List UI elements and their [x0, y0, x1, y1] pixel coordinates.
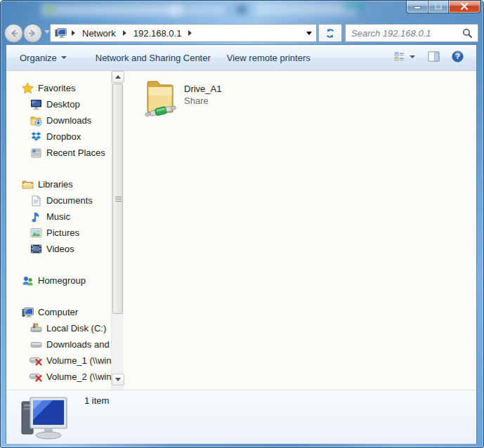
refresh-button[interactable] [318, 24, 342, 42]
libraries-icon [21, 178, 34, 191]
blurred-background-window [44, 6, 54, 13]
title-bar[interactable] [1, 1, 484, 22]
sidebar-item-videos[interactable]: Videos [6, 241, 128, 257]
help-icon: ? [452, 51, 464, 62]
sidebar-item-label: Desktop [46, 99, 80, 110]
sidebar-item-volume-1[interactable]: Volume_1 (\\win [6, 353, 128, 369]
local-disk-icon [30, 322, 42, 335]
preview-pane-icon [428, 51, 440, 62]
desktop-icon [30, 98, 42, 111]
sidebar-item-dropbox[interactable]: Dropbox [6, 129, 128, 145]
downloads-icon [30, 114, 42, 127]
sidebar-item-label: Homegroup [38, 275, 86, 286]
search-input[interactable] [346, 25, 478, 41]
command-bar: Organize Network and Sharing Center View… [6, 45, 476, 71]
breadcrumb-segment-host[interactable]: 192.168.0.1 [131, 28, 184, 39]
scroll-up-icon [115, 75, 121, 79]
sidebar-item-downloads[interactable]: Downloads [6, 112, 128, 129]
scrollbar-grip-icon [115, 197, 122, 202]
window-controls [406, 0, 480, 13]
recent-pages-dropdown-icon[interactable] [44, 30, 50, 34]
sidebar-item-music[interactable]: Music [6, 209, 128, 225]
sidebar-item-recent-places[interactable]: Recent Places [6, 145, 128, 161]
sidebar-item-homegroup[interactable]: Homegroup [6, 272, 128, 289]
close-button[interactable] [449, 0, 480, 13]
file-tile-drive-a1[interactable]: Drive_A1 Share [140, 77, 301, 121]
file-type-label: Share [184, 95, 221, 107]
view-remote-printers-button[interactable]: View remote printers [223, 50, 315, 66]
sidebar-item-label: Downloads [46, 115, 91, 126]
address-bar[interactable]: Network 192.168.0.1 [50, 24, 317, 42]
help-button[interactable]: ? [449, 48, 466, 65]
document-icon [30, 195, 42, 207]
scroll-up-button[interactable] [112, 71, 124, 83]
toolbar-right-icons: ? [391, 48, 466, 65]
maximize-button[interactable] [428, 0, 449, 13]
client-area: Organize Network and Sharing Center View… [6, 44, 477, 444]
file-list-area[interactable]: Drive_A1 Share [128, 71, 476, 390]
sidebar-item-label: Libraries [38, 179, 73, 190]
network-sharing-center-label: Network and Sharing Center [96, 53, 211, 63]
shared-folder-icon [142, 79, 178, 119]
forward-button[interactable] [23, 24, 42, 43]
back-arrow-icon [9, 29, 18, 37]
views-icon [394, 51, 405, 62]
sidebar-item-local-disk-c[interactable]: Local Disk (C:) [6, 320, 128, 336]
sidebar-item-label: Recent Places [46, 147, 105, 158]
refresh-icon [325, 28, 336, 39]
change-view-button[interactable] [391, 48, 419, 65]
back-button[interactable] [4, 24, 23, 43]
scrollbar-thumb[interactable] [112, 84, 123, 314]
blurred-background-window [41, 4, 182, 16]
sidebar-scrollbar[interactable] [111, 71, 124, 390]
sidebar-item-favorites[interactable]: Favorites [6, 80, 128, 96]
breadcrumb-separator-icon[interactable] [188, 30, 192, 36]
breadcrumb-segment-network[interactable]: Network [80, 28, 118, 39]
scroll-down-button[interactable] [112, 374, 124, 386]
details-pane: 1 item [6, 390, 476, 444]
sidebar-item-label: Computer [38, 307, 78, 317]
sidebar-item-label: Dropbox [46, 131, 81, 142]
breadcrumb-separator-icon[interactable] [123, 30, 126, 36]
breadcrumb-separator-icon[interactable] [72, 30, 75, 36]
sidebar-item-volume-2[interactable]: Volume_2 (\\win [6, 369, 128, 385]
svg-text:?: ? [455, 52, 459, 60]
address-dropdown-icon[interactable] [306, 32, 312, 35]
forward-arrow-icon [28, 29, 37, 37]
network-computer-icon [55, 27, 67, 39]
file-name: Drive_A1 [184, 83, 221, 95]
blurred-background-window [169, 5, 225, 15]
computer-details-icon [19, 395, 74, 442]
network-drive-error-icon [30, 371, 42, 383]
sidebar-item-label: Documents [46, 195, 93, 206]
videos-icon [30, 243, 42, 256]
sidebar-item-label: Volume_1 (\\win [46, 355, 112, 366]
organize-label: Organize [20, 53, 57, 63]
computer-icon [21, 306, 34, 319]
sidebar-item-computer[interactable]: Computer [6, 304, 128, 320]
blurred-background-window [344, 1, 365, 11]
chevron-down-icon [61, 56, 67, 59]
sidebar-item-downloads-drive[interactable]: Downloads and N [6, 336, 128, 353]
sidebar-group-gap [6, 161, 128, 176]
blurred-background-window [255, 4, 357, 15]
sidebar-group-gap [6, 257, 128, 272]
sidebar-item-volume-3[interactable]: Volume_3 (\\win [6, 385, 128, 390]
close-icon [460, 3, 469, 11]
sidebar-item-label: Videos [46, 244, 74, 254]
sidebar-item-desktop[interactable]: Desktop [6, 96, 128, 112]
sidebar-item-documents[interactable]: Documents [6, 192, 128, 209]
search-icon[interactable] [462, 28, 473, 39]
preview-pane-button[interactable] [425, 49, 443, 64]
minimize-button[interactable] [406, 0, 428, 13]
navigation-pane: Favorites Desktop Downloads [6, 71, 128, 390]
view-remote-printers-label: View remote printers [227, 53, 310, 63]
navigation-bar: Network 192.168.0.1 [1, 22, 484, 46]
drive-icon [30, 338, 42, 351]
network-sharing-center-button[interactable]: Network and Sharing Center [91, 50, 215, 66]
homegroup-icon [21, 275, 34, 287]
file-tile-text: Drive_A1 Share [184, 79, 221, 119]
sidebar-item-libraries[interactable]: Libraries [6, 176, 128, 192]
organize-button[interactable]: Organize [15, 50, 71, 66]
sidebar-item-pictures[interactable]: Pictures [6, 225, 128, 241]
